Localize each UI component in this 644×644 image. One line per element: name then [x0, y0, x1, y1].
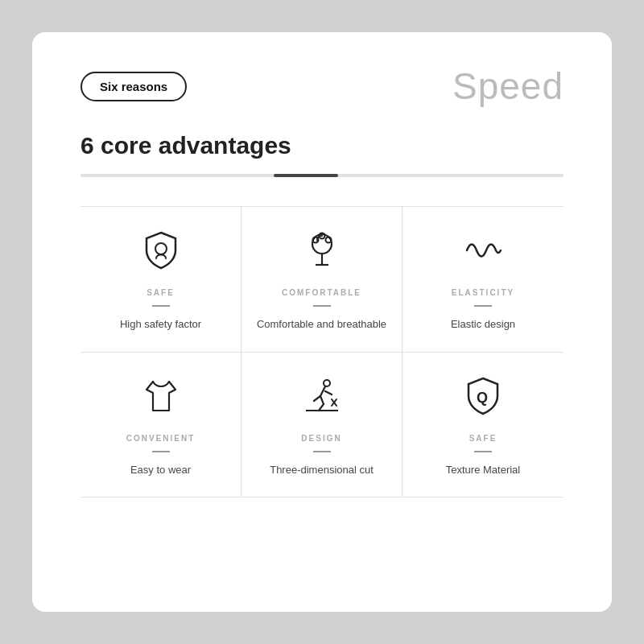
tshirt-icon [140, 375, 182, 423]
speed-title: Speed [452, 64, 564, 108]
header: Six reasons Speed [80, 64, 564, 108]
feature-design-label: DESIGN [301, 434, 341, 443]
svg-text:Q: Q [477, 390, 488, 406]
feature-design-desc: Three-dimensional cut [270, 462, 374, 478]
features-bottom-grid: CONVENIENT Easy to wear DESIGN [80, 353, 564, 498]
feature-comfortable-label: COMFORTABLE [282, 288, 361, 297]
feature-comfortable-dash [313, 305, 331, 307]
feature-safe-bottom-desc: Texture Material [446, 462, 520, 478]
feature-safe-bottom-label: SAFE [469, 434, 497, 443]
divider-highlight [274, 174, 338, 177]
feature-safe-desc: High safety factor [120, 316, 201, 332]
six-reasons-badge: Six reasons [80, 72, 187, 101]
feature-safe-label: SAFE [147, 288, 175, 297]
feature-safe: SAFE High safety factor [80, 207, 242, 352]
feature-elasticity-dash [474, 305, 492, 307]
feature-elasticity-desc: Elastic design [451, 316, 515, 332]
feature-design-dash [313, 451, 331, 452]
feature-safe-dash [152, 305, 170, 307]
quality-shield-icon: Q [462, 375, 504, 423]
shield-icon [140, 229, 182, 277]
feature-convenient-dash [152, 451, 170, 452]
feature-convenient-label: CONVENIENT [126, 434, 196, 443]
feature-comfortable: COMFORTABLE Comfortable and breathable [242, 207, 402, 352]
feature-convenient: CONVENIENT Easy to wear [80, 353, 242, 497]
feature-comfortable-desc: Comfortable and breathable [257, 316, 386, 332]
svg-point-7 [324, 380, 330, 386]
core-advantages-title: 6 core advantages [80, 132, 564, 159]
feature-design: DESIGN Three-dimensional cut [242, 353, 402, 497]
feature-elasticity-label: ELASTICITY [452, 288, 514, 297]
main-card: Six reasons Speed 6 core advantages SAFE… [32, 32, 612, 612]
feature-elasticity: ELASTICITY Elastic design [402, 207, 564, 352]
feature-convenient-desc: Easy to wear [130, 462, 191, 478]
section-divider [80, 174, 564, 177]
feature-safe-bottom: Q SAFE Texture Material [402, 353, 564, 497]
svg-point-0 [155, 243, 167, 254]
features-top-grid: SAFE High safety factor COMFORTABLE Comf… [80, 206, 564, 353]
cut-icon [301, 375, 343, 423]
feature-safe-bottom-dash [474, 451, 492, 452]
wave-icon [462, 229, 504, 277]
tree-icon [301, 229, 343, 277]
